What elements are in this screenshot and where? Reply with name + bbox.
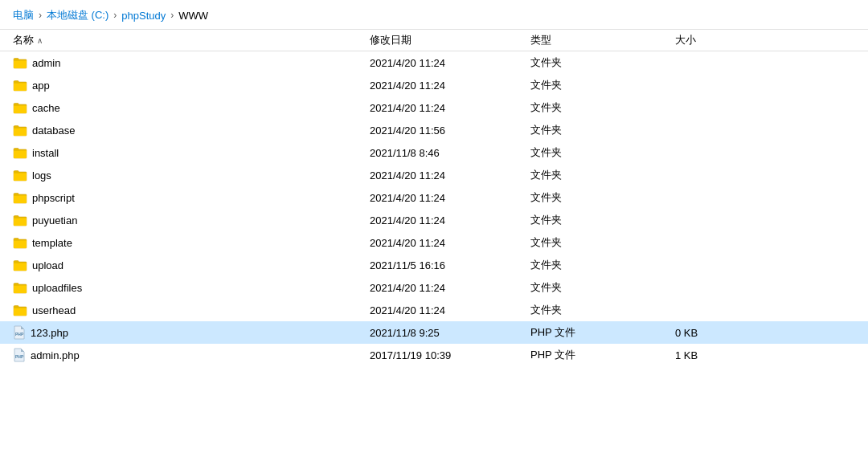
file-type-cell: 文件夹: [530, 123, 675, 137]
col-header-date[interactable]: 修改日期: [370, 33, 530, 47]
file-date-cell: 2021/11/8 9:25: [370, 327, 530, 339]
table-row[interactable]: logs2021/4/20 11:24文件夹: [0, 164, 868, 186]
file-type-cell: 文件夹: [530, 235, 675, 250]
table-row[interactable]: upload2021/11/5 16:16文件夹: [0, 254, 868, 276]
file-date-cell: 2021/11/8 8:46: [370, 147, 530, 159]
file-name-cell: phpscript: [0, 192, 370, 204]
file-type-cell: 文件夹: [530, 168, 675, 182]
file-date-cell: 2017/11/19 10:39: [370, 349, 530, 361]
file-date-cell: 2021/4/20 11:24: [370, 169, 530, 182]
file-date-cell: 2021/4/20 11:24: [370, 192, 530, 204]
file-name-cell: logs: [0, 169, 370, 182]
col-header-size[interactable]: 大小: [675, 33, 868, 47]
breadcrumb-sep-1: ›: [113, 10, 117, 21]
table-row[interactable]: puyuetian2021/4/20 11:24文件夹: [0, 209, 868, 231]
file-name-cell: uploadfiles: [0, 282, 370, 294]
file-date-cell: 2021/4/20 11:24: [370, 102, 530, 114]
breadcrumb-item-3: WWW: [178, 10, 208, 22]
file-type-cell: PHP 文件: [530, 325, 675, 340]
breadcrumb-sep-2: ›: [170, 10, 174, 21]
col-header-name[interactable]: 名称 ∧: [0, 33, 370, 47]
table-row[interactable]: phpscript2021/4/20 11:24文件夹: [0, 186, 868, 209]
table-row[interactable]: admin2021/4/20 11:24文件夹: [0, 51, 868, 74]
file-size-cell: 0 KB: [675, 327, 868, 339]
folder-icon: [13, 192, 27, 204]
file-name-text: admin.php: [31, 349, 80, 361]
file-date-cell: 2021/11/5 16:16: [370, 259, 530, 271]
svg-text:PHP: PHP: [15, 354, 24, 359]
file-name-text: phpscript: [32, 192, 75, 204]
file-name-text: template: [32, 237, 72, 249]
php-file-icon: PHP: [13, 325, 26, 340]
file-type-cell: 文件夹: [530, 190, 675, 205]
folder-icon: [13, 169, 27, 182]
file-date-cell: 2021/4/20 11:24: [370, 80, 530, 92]
file-type-cell: 文件夹: [530, 280, 675, 295]
file-date-cell: 2021/4/20 11:24: [370, 282, 530, 294]
table-row[interactable]: PHP admin.php2017/11/19 10:39PHP 文件1 KB: [0, 344, 868, 366]
file-date-cell: 2021/4/20 11:24: [370, 237, 530, 249]
file-type-cell: 文件夹: [530, 303, 675, 317]
col-name-sort-icon: ∧: [37, 36, 43, 45]
table-row[interactable]: install2021/11/8 8:46文件夹: [0, 141, 868, 164]
file-name-text: install: [32, 147, 59, 159]
table-row[interactable]: PHP 123.php2021/11/8 9:25PHP 文件0 KB: [0, 321, 868, 344]
file-name-cell: app: [0, 80, 370, 92]
file-list: admin2021/4/20 11:24文件夹 app2021/4/20 11:…: [0, 51, 868, 366]
file-type-cell: PHP 文件: [530, 348, 675, 362]
folder-icon: [13, 102, 27, 114]
file-type-cell: 文件夹: [530, 145, 675, 160]
table-row[interactable]: app2021/4/20 11:24文件夹: [0, 74, 868, 96]
breadcrumb-item-0[interactable]: 电脑: [13, 8, 34, 22]
svg-text:PHP: PHP: [15, 332, 24, 337]
table-row[interactable]: database2021/4/20 11:56文件夹: [0, 119, 868, 141]
file-size-cell: 1 KB: [675, 349, 868, 361]
table-row[interactable]: userhead2021/4/20 11:24文件夹: [0, 299, 868, 321]
file-name-text: logs: [32, 169, 51, 182]
file-name-cell: database: [0, 124, 370, 137]
file-name-cell: install: [0, 147, 370, 159]
col-header-type[interactable]: 类型: [530, 33, 675, 47]
file-type-cell: 文件夹: [530, 78, 675, 92]
file-name-cell: admin: [0, 57, 370, 69]
folder-icon: [13, 214, 27, 226]
folder-icon: [13, 147, 27, 159]
breadcrumb-item-2[interactable]: phpStudy: [121, 10, 166, 22]
folder-icon: [13, 124, 27, 137]
file-type-cell: 文件夹: [530, 213, 675, 227]
table-row[interactable]: template2021/4/20 11:24文件夹: [0, 231, 868, 254]
file-name-text: admin: [32, 57, 60, 69]
folder-icon: [13, 304, 27, 316]
file-name-text: database: [32, 124, 76, 137]
file-type-cell: 文件夹: [530, 258, 675, 272]
file-name-cell: upload: [0, 259, 370, 271]
breadcrumb-item-1[interactable]: 本地磁盘 (C:): [47, 8, 108, 22]
file-name-text: puyuetian: [32, 214, 77, 226]
table-row[interactable]: cache2021/4/20 11:24文件夹: [0, 96, 868, 119]
php-file-icon: PHP: [13, 348, 26, 362]
folder-icon: [13, 282, 27, 294]
breadcrumb-sep-0: ›: [39, 10, 42, 21]
file-name-text: 123.php: [31, 327, 68, 339]
file-name-text: userhead: [32, 304, 76, 316]
folder-icon: [13, 259, 27, 271]
file-name-cell: template: [0, 237, 370, 249]
file-type-cell: 文件夹: [530, 55, 675, 70]
file-date-cell: 2021/4/20 11:24: [370, 57, 530, 69]
file-name-cell: PHP admin.php: [0, 348, 370, 362]
file-name-text: uploadfiles: [32, 282, 82, 294]
col-name-label: 名称: [13, 33, 34, 47]
file-name-text: app: [32, 80, 50, 92]
file-name-text: cache: [32, 102, 60, 114]
folder-icon: [13, 57, 27, 69]
file-date-cell: 2021/4/20 11:24: [370, 304, 530, 316]
breadcrumb: 电脑›本地磁盘 (C:)›phpStudy›WWW: [0, 0, 868, 30]
file-date-cell: 2021/4/20 11:56: [370, 124, 530, 137]
file-type-cell: 文件夹: [530, 100, 675, 115]
file-name-cell: userhead: [0, 304, 370, 316]
folder-icon: [13, 80, 27, 92]
file-date-cell: 2021/4/20 11:24: [370, 214, 530, 226]
table-row[interactable]: uploadfiles2021/4/20 11:24文件夹: [0, 276, 868, 299]
file-name-cell: PHP 123.php: [0, 325, 370, 340]
file-name-cell: puyuetian: [0, 214, 370, 226]
